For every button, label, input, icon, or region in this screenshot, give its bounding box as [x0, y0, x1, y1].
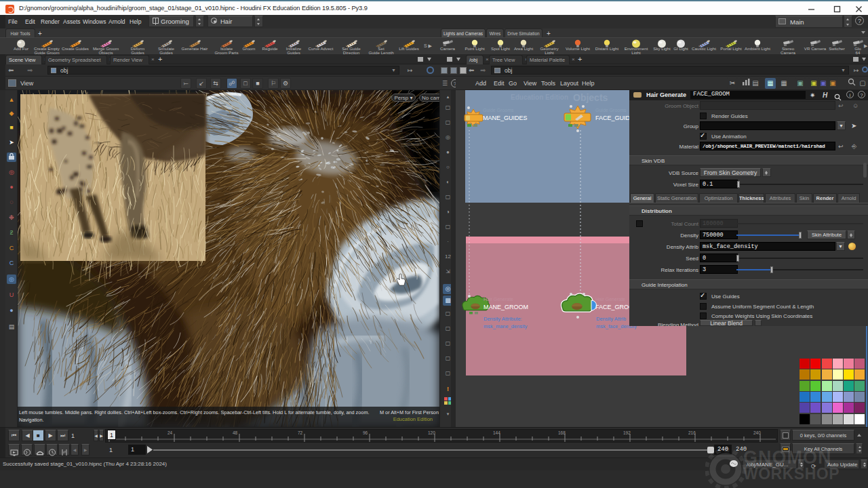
svg-text:WORKSHOP: WORKSHOP — [743, 465, 840, 483]
